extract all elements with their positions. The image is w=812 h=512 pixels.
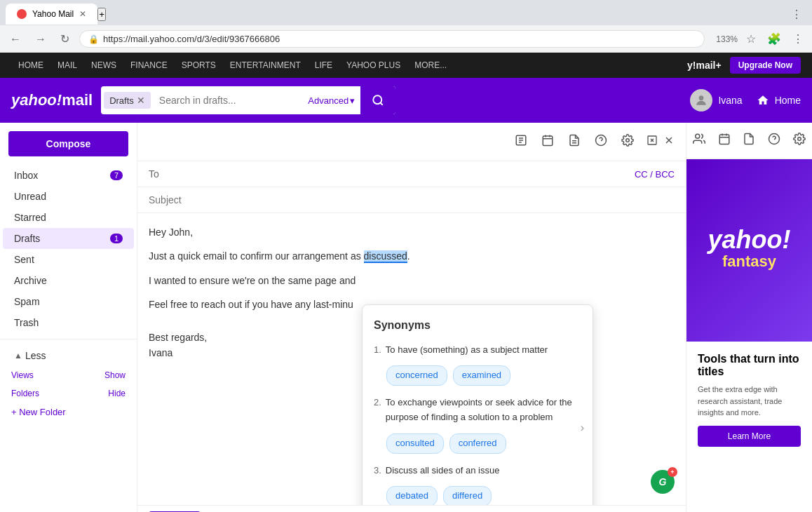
settings-icon-button[interactable] <box>617 131 638 152</box>
folders-hide-button[interactable]: Hide <box>108 389 126 398</box>
sidebar-item-sent[interactable]: Sent <box>3 249 134 270</box>
grammarly-g-letter: G <box>659 474 667 490</box>
sidebar-item-drafts[interactable]: Drafts 1 <box>3 228 134 249</box>
synonym-def-2: To exchange viewpoints or seek advice fo… <box>386 396 581 425</box>
nav-mail[interactable]: MAIL <box>50 60 84 70</box>
right-sidebar: yahoo! fantasy Tools that turn into titl… <box>686 123 812 512</box>
synonym-entry-3: 3. Discuss all sides of an issue debated… <box>374 464 581 505</box>
views-section: Views Show <box>0 366 137 384</box>
sidebar-less-button[interactable]: ▲ Less <box>3 345 134 366</box>
svg-point-0 <box>373 95 381 104</box>
url-text: https://mail.yahoo.com/d/3/edit/93676668… <box>103 34 280 44</box>
svg-rect-7 <box>543 136 553 146</box>
contacts-icon-button[interactable] <box>510 131 532 152</box>
template-icon-button[interactable] <box>564 131 585 152</box>
right-settings-button[interactable] <box>790 130 808 151</box>
nav-yahoo-plus[interactable]: YAHOO PLUS <box>339 60 407 70</box>
search-input[interactable] <box>154 92 303 109</box>
new-folder-button[interactable]: + New Folder <box>0 403 137 422</box>
views-show-button[interactable]: Show <box>104 370 126 380</box>
ad-cta-button[interactable]: Learn More <box>698 426 801 447</box>
right-notes-button[interactable] <box>740 130 758 151</box>
sidebar-item-trash[interactable]: Trash <box>3 312 134 333</box>
nav-news[interactable]: NEWS <box>84 60 123 70</box>
reload-button[interactable]: ↻ <box>56 31 74 47</box>
back-button[interactable]: ← <box>6 32 25 47</box>
body-greeting: Hey John, <box>149 224 675 240</box>
synonym-tag-consulted[interactable]: consulted <box>386 433 444 454</box>
synonym-num-1: 1. <box>374 343 381 363</box>
nav-entertainment[interactable]: ENTERTAINMENT <box>223 60 308 70</box>
sidebar-item-archive[interactable]: Archive <box>3 270 134 291</box>
ad-fantasy-label: fantasy <box>722 252 776 271</box>
sidebar-item-inbox[interactable]: Inbox 7 <box>3 165 134 186</box>
compose-modal: To CC / BCC Hey John, Just a quick email… <box>137 123 686 512</box>
new-tab-button[interactable]: + <box>97 8 106 21</box>
avatar[interactable] <box>690 89 712 112</box>
content-area: To CC / BCC Hey John, Just a quick email… <box>137 123 686 512</box>
forward-button[interactable]: → <box>31 32 50 47</box>
synonym-entry-2: 2. To exchange viewpoints or seek advice… <box>374 396 581 453</box>
highlighted-word-discussed[interactable]: discussed <box>364 250 407 263</box>
minimize-button[interactable] <box>647 135 658 149</box>
sidebar-item-starred[interactable]: Starred <box>3 207 134 228</box>
archive-label: Archive <box>14 275 123 286</box>
bookmark-button[interactable]: ☆ <box>743 29 759 48</box>
tab-close-button[interactable]: ✕ <box>79 9 86 19</box>
zoom-level: 133% <box>716 34 738 44</box>
to-input[interactable] <box>170 168 635 180</box>
synonym-tag-differed[interactable]: differed <box>443 486 492 505</box>
compose-to-row: To CC / BCC <box>137 161 686 187</box>
help-icon-button[interactable] <box>590 131 611 152</box>
nav-finance[interactable]: FINANCE <box>123 60 175 70</box>
upgrade-button[interactable]: Upgrade Now <box>730 57 801 74</box>
unread-label: Unread <box>14 191 123 202</box>
drafts-badge: 1 <box>110 234 123 243</box>
close-button[interactable] <box>663 135 675 149</box>
compose-button[interactable]: Compose <box>8 131 128 156</box>
nav-life[interactable]: LIFE <box>308 60 339 70</box>
subject-input[interactable] <box>149 194 675 206</box>
compose-body[interactable]: Hey John, Just a quick email to confirm … <box>137 213 686 505</box>
ad-banner: yahoo! fantasy <box>686 159 812 342</box>
compose-footer: Send GIF <box>137 505 686 512</box>
synonym-tag-conferred[interactable]: conferred <box>449 433 506 454</box>
synonym-num-2: 2. <box>374 396 381 431</box>
extension-button[interactable]: 🧩 <box>764 29 784 48</box>
search-tag-drafts[interactable]: Drafts ✕ <box>104 92 151 109</box>
grammarly-icon[interactable]: G + <box>651 470 675 494</box>
right-calendar-button[interactable] <box>715 130 733 151</box>
cc-bcc-button[interactable]: CC / BCC <box>635 169 675 180</box>
active-tab[interactable]: Yahoo Mail ✕ <box>6 4 97 25</box>
drafts-label: Drafts <box>14 233 110 244</box>
window-controls <box>647 135 675 149</box>
svg-rect-31 <box>719 135 729 144</box>
right-help-button[interactable] <box>765 130 783 151</box>
popup-next-arrow[interactable]: › <box>581 419 584 437</box>
security-icon: 🔒 <box>88 34 99 44</box>
starred-label: Starred <box>14 212 123 223</box>
to-label: To <box>149 168 170 180</box>
nav-more[interactable]: MORE... <box>407 60 454 70</box>
sidebar-item-spam[interactable]: Spam <box>3 291 134 312</box>
search-tag-remove[interactable]: ✕ <box>137 95 145 106</box>
sidebar: Compose Inbox 7 Unread Starred Drafts 1 … <box>0 123 137 512</box>
url-bar[interactable]: 🔒 https://mail.yahoo.com/d/3/edit/936766… <box>79 30 705 48</box>
browser-menu-button[interactable]: ⋮ <box>787 6 806 22</box>
synonym-tag-debated[interactable]: debated <box>386 486 438 505</box>
synonym-entry-1: 1. To have (something) as a subject matt… <box>374 343 581 386</box>
nav-sports[interactable]: SPORTS <box>175 60 223 70</box>
synonym-tag-concerned[interactable]: concerned <box>386 365 447 386</box>
svg-point-37 <box>798 137 801 141</box>
browser-settings-button[interactable]: ⋮ <box>790 29 806 48</box>
synonym-tag-examined[interactable]: examined <box>453 365 510 386</box>
user-area: Ivana Home <box>690 89 801 112</box>
sidebar-item-unread[interactable]: Unread <box>3 186 134 207</box>
right-contacts-button[interactable] <box>690 130 708 151</box>
advanced-search-button[interactable]: Advanced ▾ <box>302 95 360 106</box>
calendar-icon-button[interactable] <box>537 131 558 152</box>
search-submit-button[interactable] <box>360 86 395 114</box>
home-button[interactable]: Home <box>757 94 801 107</box>
svg-point-15 <box>626 139 630 142</box>
nav-home[interactable]: HOME <box>11 60 50 70</box>
